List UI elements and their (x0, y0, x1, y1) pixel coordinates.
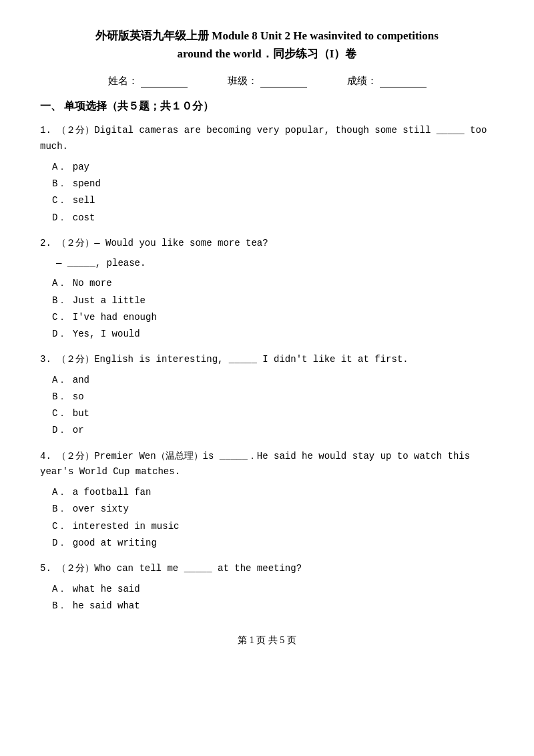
class-field: 班级： (228, 75, 307, 87)
questions-container: 1. （２分）Digital cameras are becoming very… (40, 123, 494, 614)
option-1-2: B． spend (52, 176, 494, 192)
option-1-4: D． cost (52, 210, 494, 226)
question-block-4: 4. （２分）Premier Wen（温总理）is _____．He said … (40, 449, 494, 552)
option-4-1: A． a football fan (52, 484, 494, 501)
name-label: 姓名： (108, 75, 138, 87)
section1-header: 一、 单项选择（共５题；共１０分） (40, 100, 494, 114)
option-2-3: C． I've had enough (52, 309, 494, 326)
title-line1: 外研版英语九年级上册 Module 8 Unit 2 He wasinvited… (40, 27, 494, 45)
option-2-4: D． Yes, I would (52, 326, 494, 343)
option-5-1: A． what he said (52, 581, 494, 598)
name-field: 姓名： (108, 75, 188, 87)
option-5-2: B． he said what (52, 598, 494, 614)
question-block-1: 1. （２分）Digital cameras are becoming very… (40, 123, 494, 226)
question-block-5: 5. （２分）Who can tell me _____ at the meet… (40, 561, 494, 614)
name-underline (141, 75, 188, 87)
score-underline (380, 75, 427, 87)
option-4-3: C． interested in music (52, 518, 494, 535)
question-text-1: 1. （２分）Digital cameras are becoming very… (40, 123, 494, 155)
question-text-3: 3. （２分）English is interesting, _____ I d… (40, 352, 494, 368)
question-text-4: 4. （２分）Premier Wen（温总理）is _____．He said … (40, 449, 494, 481)
question-text-2: 2. （２分）— Would you like some more tea? (40, 236, 494, 252)
option-4-2: B． over sixty (52, 501, 494, 518)
question-text2-2: — _____, please. (56, 256, 494, 272)
option-3-4: D． or (52, 422, 494, 439)
option-1-1: A． pay (52, 159, 494, 176)
option-2-1: A． No more (52, 275, 494, 292)
option-3-3: C． but (52, 405, 494, 422)
question-text-5: 5. （２分）Who can tell me _____ at the meet… (40, 561, 494, 577)
option-4-4: D． good at writing (52, 535, 494, 552)
class-label: 班级： (228, 75, 258, 87)
title-section: 外研版英语九年级上册 Module 8 Unit 2 He wasinvited… (40, 27, 494, 63)
score-label: 成绩： (347, 75, 377, 87)
score-field: 成绩： (347, 75, 427, 87)
question-block-3: 3. （２分）English is interesting, _____ I d… (40, 352, 494, 439)
option-2-2: B． Just a little (52, 293, 494, 309)
option-3-2: B． so (52, 389, 494, 405)
page-footer: 第 1 页 共 5 页 (40, 634, 494, 646)
option-1-3: C． sell (52, 192, 494, 209)
info-row: 姓名： 班级： 成绩： (40, 75, 494, 87)
title-line2: around the world．同步练习（I）卷 (40, 45, 494, 63)
class-underline (260, 75, 307, 87)
option-3-1: A． and (52, 372, 494, 389)
question-block-2: 2. （２分）— Would you like some more tea?— … (40, 236, 494, 343)
